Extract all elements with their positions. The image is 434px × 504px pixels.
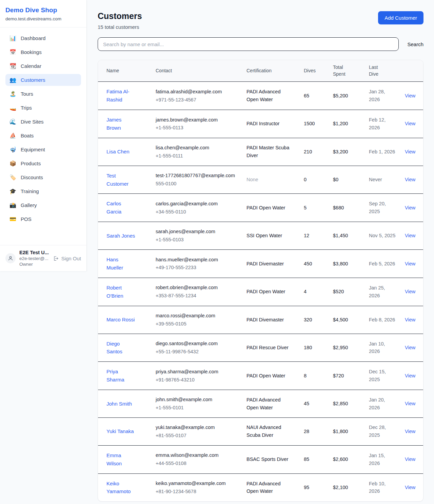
view-link[interactable]: View bbox=[405, 373, 415, 378]
sidebar-item-label: Equipment bbox=[21, 147, 45, 152]
customer-name-link[interactable]: Diego Santos bbox=[106, 341, 122, 355]
add-customer-button[interactable]: Add Customer bbox=[378, 11, 423, 24]
customer-phone: +1-555-0113 bbox=[156, 124, 238, 132]
customer-name-link[interactable]: Fatima Al-Rashid bbox=[106, 89, 130, 102]
view-link[interactable]: View bbox=[405, 177, 415, 182]
customer-total-spent: $1,450 bbox=[329, 222, 365, 250]
customer-phone: +353-87-555-1234 bbox=[156, 292, 238, 300]
customer-last-dive: Feb 8, 2026 bbox=[365, 306, 401, 334]
customer-dives: 0 bbox=[300, 166, 329, 194]
customer-name-link[interactable]: Marco Rossi bbox=[106, 317, 135, 322]
sidebar-item-trips[interactable]: 🚤 Trips bbox=[5, 102, 81, 114]
customer-name-link[interactable]: John Smith bbox=[106, 401, 132, 407]
sidebar-item-calendar[interactable]: 📆 Calendar bbox=[5, 60, 81, 72]
column-header-name: Name bbox=[98, 60, 152, 82]
view-link[interactable]: View bbox=[405, 429, 415, 434]
customer-name-link[interactable]: Emma Wilson bbox=[106, 452, 122, 466]
sidebar-item-dashboard[interactable]: 📊 Dashboard bbox=[5, 32, 81, 44]
customer-certification: NAUI Advanced Scuba Diver bbox=[242, 417, 300, 445]
view-link[interactable]: View bbox=[405, 121, 415, 126]
view-link[interactable]: View bbox=[405, 261, 415, 266]
column-header-actions bbox=[401, 60, 423, 82]
search-button[interactable]: Search bbox=[407, 41, 423, 47]
user-role: Owner bbox=[19, 262, 49, 267]
person-icon bbox=[8, 256, 13, 261]
view-link[interactable]: View bbox=[405, 317, 415, 322]
customer-last-dive: Feb 1, 2026 bbox=[365, 138, 401, 166]
search-input[interactable] bbox=[98, 37, 399, 51]
view-link[interactable]: View bbox=[405, 93, 415, 98]
customer-email: yuki.tanaka@example.com bbox=[156, 424, 238, 431]
bookings-icon: 📅 bbox=[9, 50, 16, 55]
customer-name-link[interactable]: Yuki Tanaka bbox=[106, 428, 134, 434]
customer-name-link[interactable]: Carlos Garcia bbox=[106, 201, 121, 214]
sidebar-item-pos[interactable]: 💳 POS bbox=[5, 213, 81, 225]
view-link[interactable]: View bbox=[405, 289, 415, 294]
customer-total-spent: $5,200 bbox=[329, 82, 365, 110]
column-header-dives: Dives bbox=[300, 60, 329, 82]
table-row: Lisa Chen lisa.chen@example.com +1-555-0… bbox=[98, 138, 423, 166]
user-email: e2e-tester@... bbox=[19, 256, 49, 261]
customer-total-spent: $0 bbox=[329, 166, 365, 194]
sidebar-item-label: Dive Sites bbox=[21, 119, 44, 125]
customer-last-dive: Feb 10, 2026 bbox=[365, 473, 401, 501]
customer-last-dive: Jan 25, 2026 bbox=[365, 278, 401, 306]
sidebar-item-tours[interactable]: 🏝️ Tours bbox=[5, 88, 81, 100]
user-meta: E2E Test U... e2e-tester@... Owner bbox=[19, 250, 49, 267]
view-link[interactable]: View bbox=[405, 456, 415, 462]
customer-dives: 65 bbox=[300, 82, 329, 110]
customer-certification: PADI Rescue Diver bbox=[242, 334, 300, 362]
sidebar-item-customers[interactable]: 👥 Customers bbox=[5, 74, 81, 86]
view-link[interactable]: View bbox=[405, 149, 415, 154]
customer-certification: PADI Advanced Open Water bbox=[242, 473, 300, 501]
customer-name-link[interactable]: Hans Mueller bbox=[106, 257, 123, 270]
sidebar-item-discounts[interactable]: 🏷️ Discounts bbox=[5, 171, 81, 183]
customer-last-dive: Dec 28, 2025 bbox=[365, 417, 401, 445]
customer-name-link[interactable]: James Brown bbox=[106, 117, 121, 131]
customer-name-link[interactable]: Test Customer bbox=[106, 173, 129, 187]
table-header: NameContactCertificationDivesTotal Spent… bbox=[98, 60, 423, 82]
sidebar-item-equipment[interactable]: 🤿 Equipment bbox=[5, 144, 81, 155]
sidebar-item-bookings[interactable]: 📅 Bookings bbox=[5, 46, 81, 58]
customer-phone: +81-555-0107 bbox=[156, 432, 238, 440]
customer-total-spent: $1,800 bbox=[329, 417, 365, 445]
customer-certification: PADI Open Water bbox=[242, 278, 300, 306]
sidebar-item-label: Dashboard bbox=[21, 35, 45, 41]
customer-name-link[interactable]: Keiko Yamamoto bbox=[106, 481, 131, 494]
customer-email: diego.santos@example.com bbox=[156, 340, 238, 348]
customer-dives: 180 bbox=[300, 334, 329, 362]
table-row: Carlos Garcia carlos.garcia@example.com … bbox=[98, 194, 423, 222]
sidebar-item-label: Discounts bbox=[21, 174, 43, 180]
customer-email: robert.obrien@example.com bbox=[156, 284, 238, 292]
table-row: Fatima Al-Rashid fatima.alrashid@example… bbox=[98, 82, 423, 110]
sidebar-item-training[interactable]: 🎓 Training bbox=[5, 185, 81, 197]
customer-last-dive: Jan 10, 2026 bbox=[365, 334, 401, 362]
customer-total-spent: $3,200 bbox=[329, 138, 365, 166]
view-link[interactable]: View bbox=[405, 233, 415, 238]
column-header-certification: Certification bbox=[242, 60, 300, 82]
customer-name-link[interactable]: Robert O'Brien bbox=[106, 285, 123, 299]
customer-total-spent: $720 bbox=[329, 362, 365, 390]
sidebar-item-gallery[interactable]: 📸 Gallery bbox=[5, 199, 81, 211]
customer-name-link[interactable]: Lisa Chen bbox=[106, 149, 130, 154]
trips-icon: 🚤 bbox=[9, 105, 16, 111]
customer-certification: PADI Advanced Open Water bbox=[242, 390, 300, 418]
sidebar-item-boats[interactable]: ⛵ Boats bbox=[5, 130, 81, 142]
customer-email: test-1772681807767@example.com bbox=[156, 172, 238, 180]
sidebar-item-dive-sites[interactable]: 🌊 Dive Sites bbox=[5, 116, 81, 128]
customer-name-link[interactable]: Priya Sharma bbox=[106, 369, 124, 382]
customer-dives: 320 bbox=[300, 306, 329, 334]
sidebar-item-products[interactable]: 📦 Products bbox=[5, 157, 81, 169]
view-link[interactable]: View bbox=[405, 401, 415, 406]
page-header: Customers 15 total customers Add Custome… bbox=[98, 11, 423, 30]
view-link[interactable]: View bbox=[405, 205, 415, 210]
view-link[interactable]: View bbox=[405, 485, 415, 490]
sign-out-button[interactable]: Sign Out bbox=[53, 256, 81, 261]
gallery-icon: 📸 bbox=[9, 203, 16, 208]
dive-sites-icon: 🌊 bbox=[9, 119, 16, 125]
view-link[interactable]: View bbox=[405, 345, 415, 350]
sidebar-item-label: Customers bbox=[21, 77, 45, 83]
table-row: Robert O'Brien robert.obrien@example.com… bbox=[98, 278, 423, 306]
customer-name-link[interactable]: Sarah Jones bbox=[106, 233, 135, 239]
table-row: Test Customer test-1772681807767@example… bbox=[98, 166, 423, 194]
